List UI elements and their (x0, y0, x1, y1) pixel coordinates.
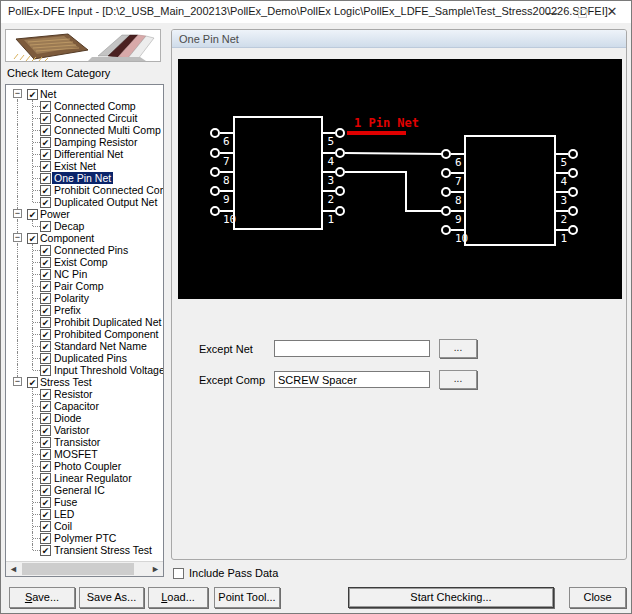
tree-item-label[interactable]: One Pin Net (52, 172, 113, 184)
tree-item-differential-net[interactable]: ✔Differential Net (6, 148, 163, 160)
item-checkbox[interactable]: ✔ (40, 401, 51, 412)
tree-horizontal-scrollbar[interactable]: ◄ ► (6, 561, 163, 576)
item-checkbox[interactable]: ✔ (40, 149, 51, 160)
tree-item-led[interactable]: ✔LED (6, 508, 163, 520)
save-as-button[interactable]: Save As... (79, 587, 144, 608)
tree-item-polarity[interactable]: ✔Polarity (6, 292, 163, 304)
tree-item-label[interactable]: Polarity (52, 292, 91, 304)
item-checkbox[interactable]: ✔ (40, 185, 51, 196)
tree-item-prohibit-connected-comp[interactable]: ✔Prohibit Connected Comp (6, 184, 163, 196)
item-checkbox[interactable]: ✔ (40, 425, 51, 436)
tree-item-connected-comp[interactable]: ✔Connected Comp (6, 100, 163, 112)
tree-item-coil[interactable]: ✔Coil (6, 520, 163, 532)
item-checkbox[interactable]: ✔ (40, 317, 51, 328)
collapse-toggle-icon[interactable]: − (13, 377, 22, 386)
item-checkbox[interactable]: ✔ (40, 161, 51, 172)
tree-item-label[interactable]: Connected Pins (52, 244, 130, 256)
tree-item-resistor[interactable]: ✔Resistor (6, 388, 163, 400)
tree-item-prohibited-component[interactable]: ✔Prohibited Component (6, 328, 163, 340)
tree-item-duplicated-output-net[interactable]: ✔Duplicated Output Net (6, 196, 163, 208)
tree-item-capacitor[interactable]: ✔Capacitor (6, 400, 163, 412)
tree-item-label[interactable]: Prohibit Connected Comp (52, 184, 163, 196)
tree-item-connected-pins[interactable]: ✔Connected Pins (6, 244, 163, 256)
tree-item-label[interactable]: Damping Resistor (52, 136, 139, 148)
item-checkbox[interactable]: ✔ (27, 89, 38, 100)
tree-item-label[interactable]: Linear Regulator (52, 472, 134, 484)
tree-item-stress-test[interactable]: −✔Stress Test (6, 376, 163, 388)
tree-item-label[interactable]: Connected Multi Comp (52, 124, 163, 136)
load-button[interactable]: Load... (148, 587, 208, 608)
item-checkbox[interactable]: ✔ (40, 281, 51, 292)
tree-item-connected-circuit[interactable]: ✔Connected Circuit (6, 112, 163, 124)
item-checkbox[interactable]: ✔ (40, 221, 51, 232)
tree-item-label[interactable]: Capacitor (52, 400, 101, 412)
tree-item-label[interactable]: Differential Net (52, 148, 125, 160)
tree-item-label[interactable]: Duplicated Pins (52, 352, 129, 364)
maximize-button[interactable] (567, 1, 597, 23)
tree-item-label[interactable]: Connected Circuit (52, 112, 139, 124)
tree-item-label[interactable]: Exist Comp (52, 256, 110, 268)
item-checkbox[interactable]: ✔ (40, 533, 51, 544)
scrollbar-thumb[interactable] (22, 563, 134, 575)
item-checkbox[interactable]: ✔ (27, 377, 38, 388)
except-comp-browse-button[interactable]: ... (439, 370, 477, 389)
tree-item-label[interactable]: Connected Comp (52, 100, 138, 112)
tree-item-nc-pin[interactable]: ✔NC Pin (6, 268, 163, 280)
tree-item-exist-comp[interactable]: ✔Exist Comp (6, 256, 163, 268)
tree-item-component[interactable]: −✔Component (6, 232, 163, 244)
item-checkbox[interactable]: ✔ (40, 365, 51, 376)
tree-item-label[interactable]: Prohibit Duplicated Net (52, 316, 163, 328)
item-checkbox[interactable]: ✔ (40, 245, 51, 256)
tree-item-standard-net-name[interactable]: ✔Standard Net Name (6, 340, 163, 352)
start-checking-button[interactable]: Start Checking... (348, 587, 554, 608)
item-checkbox[interactable]: ✔ (40, 125, 51, 136)
tree-item-transistor[interactable]: ✔Transistor (6, 436, 163, 448)
tree-item-label[interactable]: Standard Net Name (52, 340, 149, 352)
item-checkbox[interactable]: ✔ (40, 113, 51, 124)
item-checkbox[interactable]: ✔ (27, 233, 38, 244)
tree-item-label[interactable]: Transient Stress Test (52, 544, 154, 556)
tree-item-label[interactable]: General IC (52, 484, 107, 496)
except-net-field[interactable] (274, 340, 430, 357)
tree-item-prefix[interactable]: ✔Prefix (6, 304, 163, 316)
tree-item-fuse[interactable]: ✔Fuse (6, 496, 163, 508)
item-checkbox[interactable]: ✔ (40, 101, 51, 112)
item-checkbox[interactable]: ✔ (40, 257, 51, 268)
scroll-left-icon[interactable]: ◄ (6, 562, 21, 576)
tree-item-label[interactable]: Coil (52, 520, 74, 532)
item-checkbox[interactable]: ✔ (40, 353, 51, 364)
item-checkbox[interactable]: ✔ (40, 545, 51, 556)
collapse-toggle-icon[interactable]: − (13, 89, 22, 98)
item-checkbox[interactable]: ✔ (27, 209, 38, 220)
tree-item-power[interactable]: −✔Power (6, 208, 163, 220)
item-checkbox[interactable]: ✔ (40, 197, 51, 208)
tree-item-photo-coupler[interactable]: ✔Photo Coupler (6, 460, 163, 472)
tree-item-duplicated-pins[interactable]: ✔Duplicated Pins (6, 352, 163, 364)
collapse-toggle-icon[interactable]: − (13, 233, 22, 242)
tree-item-label[interactable]: NC Pin (52, 268, 89, 280)
tree-item-prohibit-duplicated-net[interactable]: ✔Prohibit Duplicated Net (6, 316, 163, 328)
item-checkbox[interactable]: ✔ (40, 173, 51, 184)
tree-item-label[interactable]: Varistor (52, 424, 91, 436)
save-button[interactable]: Save... (9, 587, 75, 608)
point-tool-button[interactable]: Point Tool... (214, 587, 280, 608)
tree-item-exist-net[interactable]: ✔Exist Net (6, 160, 163, 172)
tree-item-label[interactable]: Fuse (52, 496, 79, 508)
tree-item-label[interactable]: Diode (52, 412, 83, 424)
tree-item-label[interactable]: Exist Net (52, 160, 98, 172)
item-checkbox[interactable]: ✔ (40, 137, 51, 148)
tree-item-label[interactable]: Polymer PTC (52, 532, 118, 544)
tree-item-label[interactable]: Photo Coupler (52, 460, 123, 472)
tree-item-diode[interactable]: ✔Diode (6, 412, 163, 424)
tree-item-label[interactable]: Component (38, 232, 96, 244)
tree-item-connected-multi-comp[interactable]: ✔Connected Multi Comp (6, 124, 163, 136)
tree-item-label[interactable]: Prefix (52, 304, 83, 316)
item-checkbox[interactable]: ✔ (40, 521, 51, 532)
tree-item-mosfet[interactable]: ✔MOSFET (6, 448, 163, 460)
tree-item-label[interactable]: Power (38, 208, 72, 220)
close-button[interactable]: ✕ (597, 1, 627, 23)
item-checkbox[interactable]: ✔ (40, 341, 51, 352)
tree-item-label[interactable]: Decap (52, 220, 86, 232)
include-pass-data-checkbox[interactable]: Include Pass Data (173, 567, 278, 579)
tree-item-damping-resistor[interactable]: ✔Damping Resistor (6, 136, 163, 148)
